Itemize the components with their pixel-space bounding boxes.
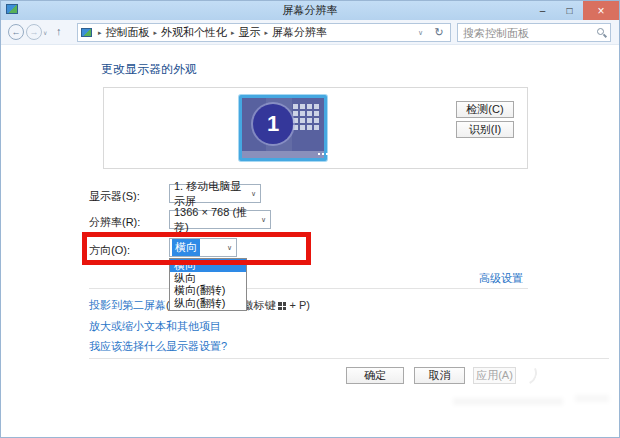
resolution-select-value: 1366 × 768 (推荐) — [174, 205, 256, 235]
separator — [89, 358, 609, 359]
breadcrumb-display[interactable]: 显示 — [239, 25, 261, 40]
search-icon — [597, 28, 604, 35]
back-icon: ← — [12, 27, 21, 37]
refresh-button[interactable]: ↻ — [428, 23, 451, 42]
watermark-smudge — [575, 395, 609, 402]
annotation-highlight-box — [82, 232, 311, 265]
monitor-taskbar-strip — [242, 151, 324, 158]
ok-button[interactable]: 确定 — [346, 367, 404, 384]
up-button[interactable]: ↑ — [56, 25, 62, 37]
minimize-button[interactable]: – — [529, 1, 556, 20]
search-input[interactable] — [458, 24, 610, 41]
advanced-settings-link[interactable]: 高级设置 — [479, 271, 523, 286]
breadcrumb-separator-icon: ▸ — [154, 29, 158, 37]
monitor-number-badge: 1 — [253, 104, 293, 144]
close-button[interactable]: × — [583, 1, 619, 20]
screen-resolution-window: 屏幕分辨率 – □ × ← → ∨ ↑ ▸ 控制面板 ▸ 外观和个性化 ▸ 显示… — [0, 0, 620, 438]
search-box — [457, 23, 611, 42]
apply-button[interactable]: 应用(A) — [473, 367, 516, 384]
display-label: 显示器(S): — [89, 189, 140, 204]
address-box[interactable]: ▸ 控制面板 ▸ 外观和个性化 ▸ 显示 ▸ 屏幕分辨率 ∨ — [77, 23, 429, 42]
chevron-down-icon: ∨ — [246, 190, 256, 198]
identify-button[interactable]: 识别(I) — [456, 121, 514, 138]
breadcrumb-separator-icon: ▸ — [231, 29, 235, 37]
separator — [89, 288, 528, 289]
resolution-label: 分辨率(R): — [89, 215, 140, 230]
page-title: 更改显示器的外观 — [101, 61, 197, 78]
project-second-screen-link[interactable]: 投影到第二屏幕 — [89, 299, 166, 311]
address-bar: ← → ∨ ↑ ▸ 控制面板 ▸ 外观和个性化 ▸ 显示 ▸ 屏幕分辨率 ∨ ↻ — [1, 20, 619, 45]
location-monitor-icon — [81, 28, 92, 37]
resize-text-link[interactable]: 放大或缩小文本和其他项目 — [89, 319, 221, 334]
project-hint-suffix: + P) — [286, 299, 310, 311]
orientation-option-portrait-flipped[interactable]: 纵向(翻转) — [170, 297, 246, 310]
forward-button[interactable]: → — [26, 24, 42, 40]
resolution-select[interactable]: 1366 × 768 (推荐) ∨ — [169, 210, 271, 229]
window-title: 屏幕分辨率 — [1, 3, 619, 18]
recent-pages-dropdown[interactable]: ∨ — [43, 29, 47, 36]
breadcrumb-separator-icon: ▸ — [98, 29, 102, 37]
display-settings-help-link[interactable]: 我应该选择什么显示器设置? — [89, 339, 227, 354]
title-bar: 屏幕分辨率 – □ × — [1, 1, 619, 20]
forward-icon: → — [30, 27, 39, 37]
cancel-button[interactable]: 取消 — [414, 367, 465, 384]
orientation-dropdown-list: 横向 纵向 横向(翻转) 纵向(翻转) — [169, 258, 247, 311]
breadcrumb-control-panel[interactable]: 控制面板 — [106, 25, 150, 40]
monitor-dots-icon — [318, 153, 320, 155]
detect-button[interactable]: 检测(C) — [456, 101, 514, 118]
breadcrumb-appearance[interactable]: 外观和个性化 — [161, 25, 227, 40]
address-dropdown-icon[interactable]: ∨ — [418, 29, 425, 37]
app-monitor-icon — [6, 4, 18, 14]
display-select[interactable]: 1. 移动电脑显示屏 ∨ — [169, 184, 261, 203]
orientation-option-landscape-flipped[interactable]: 横向(翻转) — [170, 284, 246, 297]
chevron-down-icon: ∨ — [256, 216, 266, 224]
watermark-smudge — [453, 398, 563, 405]
refresh-icon: ↻ — [434, 26, 443, 39]
start-tiles-icon — [293, 104, 319, 130]
breadcrumb-separator-icon: ▸ — [265, 29, 269, 37]
monitor-number: 1 — [267, 111, 279, 137]
display-preview-panel: 1 检测(C) 识别(I) — [103, 87, 528, 169]
orientation-option-portrait[interactable]: 纵向 — [170, 272, 246, 285]
back-button[interactable]: ← — [8, 24, 24, 40]
window-controls: – □ × — [529, 1, 619, 20]
maximize-button[interactable]: □ — [556, 1, 583, 20]
breadcrumb-screen-resolution[interactable]: 屏幕分辨率 — [272, 25, 327, 40]
monitor-preview[interactable]: 1 — [239, 95, 327, 161]
